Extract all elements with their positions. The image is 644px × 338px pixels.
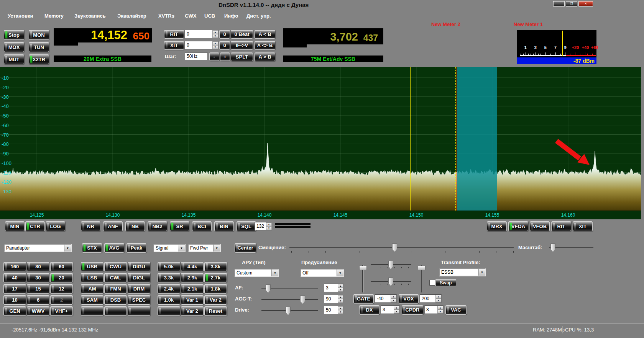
band-button-10[interactable]: 10 [3, 295, 26, 305]
tx-button-mon[interactable]: MON [29, 30, 49, 40]
chevron-down-icon[interactable]: ▼ [478, 269, 485, 276]
swap-button[interactable]: Swap [435, 279, 456, 286]
step-plus-button[interactable]: + [220, 52, 230, 61]
button-avg[interactable]: AVG [104, 243, 124, 253]
band-button-30[interactable]: 30 [27, 273, 49, 282]
rit-down-icon[interactable]: ▼ [212, 34, 218, 38]
agc-type-select[interactable]: Custom ▼ [234, 269, 279, 277]
chevron-down-icon[interactable]: ▼ [178, 245, 185, 251]
band-button-80[interactable]: 80 [27, 262, 49, 271]
rit-button[interactable]: RIT [164, 30, 184, 39]
button-min[interactable]: MIN [5, 221, 25, 231]
af-spinner[interactable]: 3 ▲▼ [324, 284, 344, 292]
tx-button-x2tr[interactable]: X2TR [29, 54, 49, 64]
button-peak[interactable]: Peak [127, 243, 146, 253]
preamp-select[interactable]: Off ▼ [300, 269, 344, 277]
maximize-button[interactable]: ❐ [566, 1, 577, 7]
drive-up-icon[interactable]: ▲ [338, 306, 343, 310]
a-greater-b-button[interactable]: A > B [255, 52, 275, 61]
button-ctr[interactable]: CTR [25, 221, 45, 231]
drag-handle[interactable] [275, 226, 310, 228]
sql-spinner-arrows[interactable]: ▲▼ [266, 222, 272, 230]
cpdr-spinner[interactable]: 3 ▲▼ [424, 305, 444, 314]
step-minus-button[interactable]: - [209, 52, 219, 61]
filter-button-var-2[interactable]: Var 2 [181, 306, 204, 316]
minimize-button[interactable]: — [553, 1, 565, 7]
panadapter-display[interactable]: -10-20-30-40-50-60-70-80-90-100-110-120-… [0, 67, 641, 211]
menu-item-cwx[interactable]: CWX [185, 13, 196, 19]
gate-spinner[interactable]: -40 ▲▼ [375, 294, 397, 303]
filter-button-1-0k[interactable]: 1.0k [158, 295, 180, 305]
dx-button[interactable]: DX [359, 305, 380, 315]
dx-up-icon[interactable]: ▲ [394, 306, 399, 310]
meter-source-select[interactable]: Signal ▼ [153, 244, 186, 252]
filter-button-3-3k[interactable]: 3.3k [158, 273, 180, 282]
offset-slider-thumb[interactable] [392, 243, 397, 252]
chevron-down-icon[interactable]: ▼ [337, 269, 343, 276]
tune-frequency-line[interactable] [457, 67, 457, 211]
menu-item-xvtrs[interactable]: XVTRs [158, 13, 174, 19]
vox-down-icon[interactable]: ▼ [435, 299, 441, 302]
dx-down-icon[interactable]: ▼ [394, 310, 399, 314]
mode-button-blank[interactable] [104, 306, 127, 316]
mode-button-cwl[interactable]: CWL [104, 273, 127, 282]
vfo-button-vfoa[interactable]: VFOA [508, 221, 528, 231]
tx-meter-source-select[interactable]: Fwd Pwr ▼ [188, 244, 221, 252]
vfo-button-xit[interactable]: XIT [573, 221, 593, 231]
vfo-button-rit[interactable]: RIT [551, 221, 571, 231]
af-up-icon[interactable]: ▲ [338, 284, 343, 288]
vfo-button-mrx[interactable]: MRX [487, 221, 507, 231]
band-button-6[interactable]: 6 [27, 295, 49, 305]
drag-handle[interactable] [275, 223, 310, 225]
drive-spinner-arrows[interactable]: ▲▼ [338, 306, 343, 314]
zoom-slider-thumb[interactable] [550, 243, 555, 252]
vox-spinner[interactable]: 200 ▲▼ [420, 294, 442, 303]
filter-button-2-9k[interactable]: 2.9k [181, 273, 204, 282]
spectrum-plot[interactable] [0, 67, 641, 211]
cpdr-down-icon[interactable]: ▼ [437, 310, 443, 314]
chevron-down-icon[interactable]: ▼ [271, 269, 278, 276]
button-stx[interactable]: STX [82, 243, 102, 253]
dx-spinner-arrows[interactable]: ▲▼ [394, 306, 399, 314]
if-to-v-button[interactable]: IF->V [231, 41, 253, 50]
band-button-vhf+[interactable]: VHF+ [50, 306, 73, 316]
menu-item-дист-упр-[interactable]: Дист. упр. [246, 13, 271, 19]
display-mode-select[interactable]: Panadapter ▼ [4, 244, 72, 252]
mode-button-dsb[interactable]: DSB [104, 295, 127, 305]
mode-button-cwu[interactable]: CWU [104, 262, 127, 271]
transmit-profile-select[interactable]: ESSB ▼ [439, 268, 486, 276]
af-spinner-arrows[interactable]: ▲▼ [338, 284, 343, 292]
chevron-down-icon[interactable]: ▼ [64, 245, 71, 251]
band-button-20[interactable]: 20 [50, 273, 73, 282]
tx-button-tun[interactable]: TUN [29, 42, 49, 52]
button-log[interactable]: LOG [46, 221, 65, 231]
filter-button-2-4k[interactable]: 2.4k [158, 284, 180, 294]
mode-button-usb[interactable]: USB [81, 262, 104, 271]
lower-mini-slider-thumb[interactable] [388, 278, 393, 286]
mode-button-am[interactable]: AM [81, 284, 104, 294]
filter-passband[interactable] [457, 67, 497, 211]
filter-button-reset[interactable]: Reset [204, 306, 227, 316]
split-button[interactable]: SPLT [231, 52, 253, 61]
vox-spinner-arrows[interactable]: ▲▼ [435, 295, 441, 302]
agct-slider-track[interactable] [261, 299, 318, 300]
xit-up-icon[interactable]: ▲ [212, 41, 218, 45]
dsp-button-sql[interactable]: SQL [237, 221, 256, 231]
dsp-button-sr[interactable]: SR [170, 221, 189, 231]
cpdr-spinner-arrows[interactable]: ▲▼ [437, 306, 443, 314]
cpdr-up-icon[interactable]: ▲ [437, 306, 443, 310]
vac-button[interactable]: VAC [445, 305, 467, 315]
vox-up-icon[interactable]: ▲ [435, 295, 441, 299]
menu-item-инфо[interactable]: Инфо [224, 13, 238, 19]
vox-button[interactable]: VOX [399, 294, 419, 304]
xit-zero-button[interactable]: 0 [219, 41, 230, 50]
new-meter-2-label[interactable]: New Meter 2 [431, 21, 460, 27]
mode-button-fmn[interactable]: FMN [104, 284, 127, 294]
mode-button-lsb[interactable]: LSB [81, 273, 104, 282]
dsp-button-anf[interactable]: ANF [103, 221, 123, 231]
gate-up-icon[interactable]: ▲ [391, 295, 396, 299]
filter-button-4-4k[interactable]: 4.4k [181, 262, 204, 271]
vfo-a-display[interactable]: 14,152 650 [54, 28, 152, 42]
xit-down-icon[interactable]: ▼ [212, 45, 218, 49]
gate-spinner-arrows[interactable]: ▲▼ [391, 295, 396, 302]
